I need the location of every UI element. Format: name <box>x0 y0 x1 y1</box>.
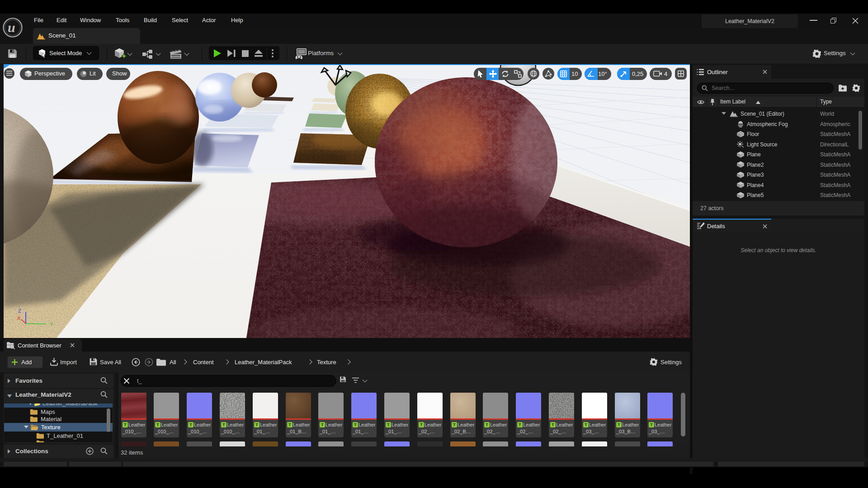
svg-text:u: u <box>8 20 15 35</box>
